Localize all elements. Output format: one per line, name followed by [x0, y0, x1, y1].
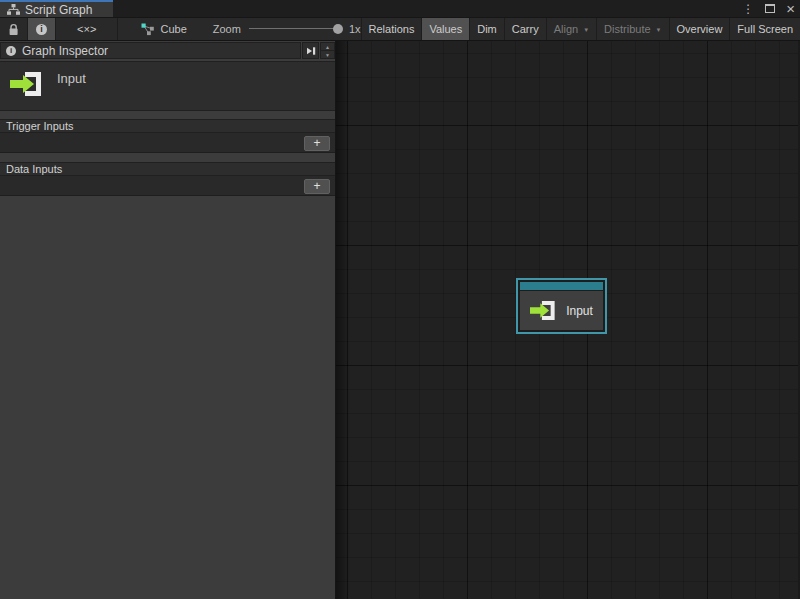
title-bar: Script Graph ⋮ × [0, 0, 800, 17]
lock-button[interactable] [0, 18, 28, 40]
data-inputs-label: Data Inputs [6, 163, 62, 175]
tab-script-graph[interactable]: Script Graph [0, 0, 113, 17]
info-icon: i [6, 46, 16, 56]
distribute-dropdown-button: Distribute ▼ [596, 18, 668, 40]
arrow-down-icon: ▼ [325, 52, 330, 58]
inspector-scroll-spinner: ▲ ▼ [320, 42, 335, 59]
trigger-inputs-header: Trigger Inputs [0, 119, 335, 133]
input-node[interactable]: Input [516, 278, 607, 334]
arrow-up-icon: ▲ [325, 44, 330, 50]
dim-button[interactable]: Dim [469, 18, 504, 40]
relations-label: Relations [369, 23, 415, 35]
panel-shadow [336, 41, 350, 599]
scroll-up-button[interactable]: ▲ [320, 42, 335, 51]
values-label: Values [429, 23, 462, 35]
menu-icon: ⋮ [742, 3, 754, 15]
script-graph-window: Script Graph ⋮ × i <×> [0, 0, 800, 599]
inspector-title: Graph Inspector [22, 44, 108, 58]
scroll-down-button[interactable]: ▼ [320, 51, 335, 59]
maximize-icon [765, 4, 775, 13]
zoom-slider[interactable] [249, 23, 341, 35]
info-icon: i [36, 24, 47, 35]
graph-canvas[interactable]: Input [336, 41, 800, 599]
values-button[interactable]: Values [421, 18, 469, 40]
chevron-down-icon: ▼ [656, 26, 662, 33]
graph-inspector-panel: i Graph Inspector ▲ ▼ [0, 41, 336, 599]
toolbar: i <×> Cube Zoom 1x Relations Valu [0, 17, 800, 41]
code-view-button[interactable]: <×> [56, 18, 118, 40]
zoom-slider-handle[interactable] [333, 24, 343, 34]
maximize-button[interactable] [765, 0, 775, 17]
inspector-header-row: i Graph Inspector ▲ ▼ [0, 42, 335, 59]
overview-label: Overview [677, 23, 723, 35]
section-gap [0, 111, 335, 119]
unit-preview: Input [0, 61, 335, 111]
toolbar-right-group: Relations Values Dim Carry Align ▼ Distr… [361, 18, 800, 40]
close-icon: × [786, 1, 795, 16]
full-screen-label: Full Screen [737, 23, 793, 35]
lock-icon [8, 23, 19, 36]
carry-button[interactable]: Carry [504, 18, 546, 40]
add-trigger-input-button[interactable]: + [304, 136, 330, 151]
distribute-label: Distribute [604, 23, 650, 35]
zoom-value: 1x [349, 23, 361, 35]
data-inputs-row: + [0, 176, 335, 196]
inspector-pin-button[interactable] [302, 42, 319, 59]
carry-label: Carry [512, 23, 539, 35]
inspector-header: i Graph Inspector [0, 42, 301, 59]
close-button[interactable]: × [786, 0, 795, 17]
input-node-label: Input [566, 304, 593, 318]
chevron-down-icon: ▼ [583, 26, 589, 33]
full-screen-button[interactable]: Full Screen [729, 18, 800, 40]
graph-icon [7, 4, 20, 15]
data-inputs-header: Data Inputs [0, 162, 335, 176]
inspector-toggle-button[interactable]: i [28, 18, 56, 40]
add-data-input-button[interactable]: + [304, 179, 330, 194]
pin-icon [306, 46, 316, 56]
section-gap [0, 153, 335, 162]
window-menu-button[interactable]: ⋮ [742, 0, 754, 17]
input-unit-icon [10, 70, 44, 98]
input-node-header[interactable] [520, 282, 603, 290]
zoom-control: Zoom 1x [213, 18, 361, 40]
relations-button[interactable]: Relations [361, 18, 422, 40]
graph-target-icon [141, 23, 154, 36]
tab-title: Script Graph [25, 3, 92, 17]
input-unit-icon [530, 300, 557, 321]
main-content: i Graph Inspector ▲ ▼ [0, 41, 800, 599]
overview-button[interactable]: Overview [669, 18, 730, 40]
trigger-inputs-row: + [0, 133, 335, 153]
unit-preview-title: Input [57, 70, 86, 86]
align-label: Align [554, 23, 578, 35]
zoom-slider-track[interactable] [249, 28, 341, 29]
code-icon: <×> [77, 23, 96, 35]
dim-label: Dim [477, 23, 497, 35]
graph-target-label: Cube [160, 23, 186, 35]
graph-target-button[interactable]: Cube [131, 18, 196, 40]
input-node-body[interactable]: Input [520, 291, 603, 330]
window-controls: ⋮ × [742, 0, 795, 17]
trigger-inputs-label: Trigger Inputs [6, 120, 73, 132]
align-dropdown-button: Align ▼ [546, 18, 596, 40]
zoom-label: Zoom [213, 23, 241, 35]
